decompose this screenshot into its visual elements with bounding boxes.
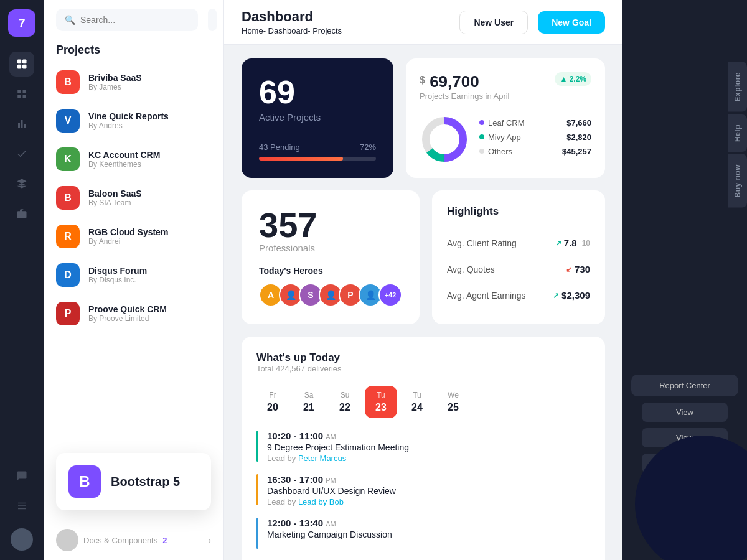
heroes-avatars: A👤S👤P👤+42 [259, 283, 402, 307]
day-cell[interactable]: Su 22 [329, 386, 361, 418]
day-name: Sa [304, 391, 314, 399]
event-item: 10:20 - 11:00 AM 9 Degree Project Estima… [256, 431, 590, 463]
projects-title: Projects [44, 31, 223, 63]
legend-item: Others $45,257 [479, 147, 591, 156]
project-item[interactable]: P Proove Quick CRM By Proove Limited [50, 294, 217, 333]
day-name: Fr [269, 391, 276, 399]
search-input[interactable] [80, 15, 189, 25]
bootstrap-icon: B [68, 465, 101, 498]
footer-label: Docs & Components [83, 536, 157, 545]
event-lead: Lead by Peter Marcus [267, 454, 409, 463]
event-line [256, 474, 258, 505]
earnings-legend: Leaf CRM $7,660 Mivy App $2,820 Others $… [479, 118, 591, 161]
day-name: Su [341, 391, 350, 399]
project-icon: K [56, 147, 80, 171]
events-list: 10:20 - 11:00 AM 9 Degree Project Estima… [256, 431, 590, 549]
project-name: Vine Quick Reports [88, 111, 169, 121]
professionals-card: 357 Professionals Today's Heroes A👤S👤P👤+… [242, 190, 420, 324]
highlights-title: Highlights [447, 205, 590, 218]
breadcrumb: Home- Dashboard- Projects [242, 26, 449, 35]
project-item[interactable]: V Vine Quick Reports By Andres [50, 101, 217, 140]
day-cell[interactable]: Fr 20 [256, 386, 289, 418]
filter-button[interactable] [208, 9, 217, 31]
legend-name: Others [479, 147, 512, 156]
view-button-1[interactable]: View [642, 403, 728, 422]
side-tabs: Explore Help Buy now [728, 62, 747, 207]
user-avatar[interactable] [11, 528, 33, 551]
sidebar-footer[interactable]: Docs & Components 2 › [44, 520, 223, 560]
nav-icon-modules[interactable] [9, 493, 34, 518]
day-cell[interactable]: Sa 21 [293, 386, 325, 418]
nav-icon-briefcase[interactable] [9, 201, 34, 226]
highlights-list: Avg. Client Rating ↗ 7.810 Avg. Quotes ↙… [447, 230, 590, 308]
user-number-badge[interactable]: 7 [8, 9, 35, 37]
legend-value: $7,660 [566, 118, 591, 128]
footer-arrow: › [209, 536, 211, 545]
donut-chart [420, 114, 469, 164]
nav-icon-check[interactable] [9, 141, 34, 166]
nav-icon-dashboard[interactable] [9, 52, 34, 77]
buy-tab[interactable]: Buy now [728, 154, 747, 208]
day-number: 22 [339, 402, 350, 413]
project-list: B Briviba SaaS By James V Vine Quick Rep… [44, 63, 223, 520]
nav-icon-chart[interactable] [9, 111, 34, 136]
project-name: KC Account CRM [88, 150, 160, 160]
highlight-value: ↗ 7.810 [555, 238, 590, 248]
highlight-row: Avg. Quotes ↙ 730 [447, 256, 590, 282]
nav-icon-grid[interactable] [9, 82, 34, 106]
main-content: Dashboard Home- Dashboard- Projects New … [224, 0, 622, 560]
new-goal-button[interactable]: New Goal [538, 11, 605, 34]
event-person-link[interactable]: Lead by Bob [298, 497, 344, 506]
project-by: By SIA Team [88, 198, 142, 207]
help-tab[interactable]: Help [728, 114, 747, 152]
days-row: Fr 20 Sa 21 Su 22 Tu 23 Tu 24 We 25 [256, 386, 590, 418]
project-item[interactable]: K KC Account CRM By Keenthemes [50, 140, 217, 179]
project-item[interactable]: R RGB Cloud System By Andrei [50, 217, 217, 256]
project-item[interactable]: D Disqus Forum By Disqus Inc. [50, 256, 217, 294]
project-icon: V [56, 109, 80, 133]
earnings-label: Projects Earnings in April [420, 91, 510, 101]
day-cell[interactable]: Tu 23 [365, 386, 397, 418]
day-cell[interactable]: Tu 24 [401, 386, 433, 418]
dashboard-body: 69 Active Projects 43 Pending 72% $ [224, 45, 622, 560]
highlight-label: Avg. Client Rating [447, 238, 517, 248]
calendar-subtitle: Total 424,567 deliveries [256, 364, 590, 373]
project-icon: D [56, 263, 80, 287]
project-name: RGB Cloud System [88, 227, 168, 237]
professionals-label: Professionals [259, 243, 402, 253]
right-panel: Explore Help Buy now Report Center View … [622, 0, 747, 560]
professionals-count: 357 [259, 208, 402, 243]
project-item[interactable]: B Baloon SaaS By SIA Team [50, 179, 217, 217]
nav-icon-chat[interactable] [9, 464, 34, 488]
legend-value: $2,820 [566, 133, 591, 142]
project-name: Proove Quick CRM [88, 304, 167, 314]
new-user-button[interactable]: New User [459, 11, 528, 34]
active-projects-card: 69 Active Projects 43 Pending 72% [242, 58, 393, 178]
event-person-link[interactable]: Peter Marcus [298, 454, 346, 463]
event-lead: Lead by Lead by Bob [267, 497, 396, 506]
project-icon: P [56, 302, 80, 325]
event-name: Marketing Campaign Discussion [267, 530, 392, 539]
highlight-value: ↗ $2,309 [553, 290, 590, 301]
legend-item: Leaf CRM $7,660 [479, 118, 591, 128]
highlight-label: Avg. Quotes [447, 264, 495, 274]
event-info: 12:00 - 13:40 AM Marketing Campaign Disc… [267, 518, 392, 541]
explore-tab[interactable]: Explore [728, 62, 747, 112]
icon-bar: 7 [0, 0, 44, 560]
project-item[interactable]: B Briviba SaaS By James [50, 63, 217, 101]
heroes-title: Today's Heroes [259, 266, 402, 276]
nav-icon-layers[interactable] [9, 171, 34, 196]
trend-up-icon: ↗ [555, 239, 561, 248]
trend-down-icon: ↙ [566, 265, 572, 274]
search-icon: 🔍 [65, 15, 75, 25]
event-item: 16:30 - 17:00 PM Dashboard UI/UX Design … [256, 474, 590, 506]
day-cell[interactable]: We 25 [437, 386, 469, 418]
event-time: 12:00 - 13:40 AM [267, 518, 392, 528]
footer-count: 2 [162, 536, 167, 545]
report-center-button[interactable]: Report Center [631, 375, 738, 396]
legend-name: Leaf CRM [479, 118, 525, 128]
project-icon: R [56, 225, 80, 248]
project-by: By James [88, 83, 142, 91]
event-info: 10:20 - 11:00 AM 9 Degree Project Estima… [267, 431, 409, 463]
legend-value: $45,257 [562, 147, 591, 156]
